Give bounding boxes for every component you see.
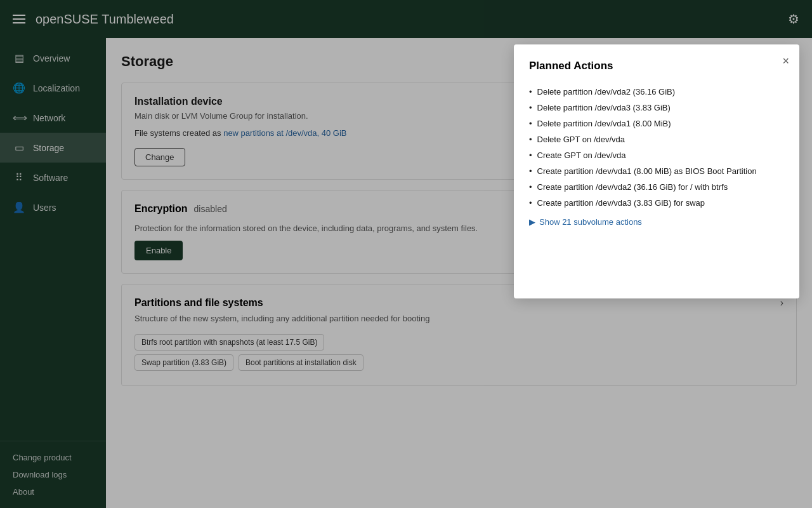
show-more-button[interactable]: ▶ Show 21 subvolume actions <box>529 217 642 227</box>
action-item: Create partition /dev/vda2 (36.16 GiB) f… <box>529 179 784 195</box>
action-item: Delete partition /dev/vda2 (36.16 GiB) <box>529 84 784 100</box>
action-item: Delete GPT on /dev/vda <box>529 131 784 147</box>
modal-close-button[interactable]: × <box>782 55 789 68</box>
modal-title: Planned Actions <box>529 60 784 72</box>
action-item: Create GPT on /dev/vda <box>529 147 784 163</box>
action-item: Create partition /dev/vda3 (3.83 GiB) fo… <box>529 195 784 211</box>
action-item: Delete partition /dev/vda1 (8.00 MiB) <box>529 116 784 131</box>
chevron-expand-icon: ▶ <box>529 217 535 227</box>
action-item: Delete partition /dev/vda3 (3.83 GiB) <box>529 100 784 116</box>
action-list: Delete partition /dev/vda2 (36.16 GiB) D… <box>529 84 784 211</box>
modal-overlay: Planned Actions × Delete partition /dev/… <box>0 0 812 508</box>
action-item: Create partition /dev/vda1 (8.00 MiB) as… <box>529 163 784 179</box>
planned-actions-modal: Planned Actions × Delete partition /dev/… <box>514 44 799 298</box>
